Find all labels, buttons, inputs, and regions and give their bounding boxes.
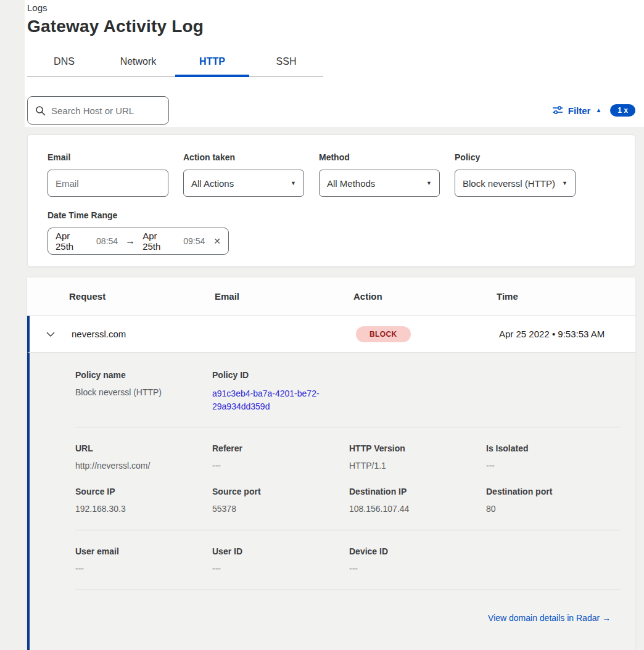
is-isolated-value: ---	[486, 461, 621, 471]
row-time: Apr 25 2022 • 9:53:53 AM	[499, 329, 635, 339]
end-time[interactable]: 09:54	[183, 236, 205, 246]
http-version-value: HTTP/1.1	[349, 461, 486, 471]
divider	[75, 530, 621, 530]
referer-value: ---	[212, 461, 349, 471]
action-taken-select[interactable]: All Actions ▼	[183, 170, 304, 197]
table-header-row: Request Email Action Time	[27, 278, 635, 316]
table-row[interactable]: neverssl.com BLOCK Apr 25 2022 • 9:53:53…	[27, 316, 635, 353]
row-expand-chevron-icon[interactable]	[30, 332, 72, 337]
breadcrumb: Logs	[27, 0, 635, 13]
divider	[75, 427, 621, 427]
divider	[75, 590, 621, 590]
search-icon	[35, 105, 46, 116]
user-email-value: ---	[75, 564, 212, 574]
destination-port-group: Destination port 80	[486, 487, 621, 514]
device-id-group: Device ID ---	[349, 546, 486, 574]
device-id-value: ---	[349, 564, 486, 574]
chevron-down-icon: ▼	[291, 180, 296, 186]
filter-count-badge[interactable]: 1 x	[610, 104, 635, 117]
url-group: URL http://neverssl.com/	[75, 443, 212, 471]
is-isolated-group: Is Isolated ---	[486, 443, 621, 471]
search-box[interactable]	[27, 96, 169, 125]
date-time-range-label: Date Time Range	[47, 210, 615, 220]
action-taken-label: Action taken	[183, 152, 304, 162]
source-port-value: 55378	[212, 504, 349, 514]
destination-ip-group: Destination IP 108.156.107.44	[349, 487, 486, 514]
destination-port-value: 80	[486, 504, 621, 514]
clear-date-range-icon[interactable]: ✕	[213, 236, 221, 246]
row-request: neverssl.com	[72, 329, 217, 339]
tab-http[interactable]: HTTP	[175, 50, 249, 76]
status-badge: BLOCK	[356, 326, 411, 342]
policy-label: Policy	[455, 152, 576, 162]
start-time[interactable]: 08:54	[96, 236, 118, 246]
search-input[interactable]	[51, 105, 161, 116]
chevron-down-icon: ▼	[562, 180, 568, 186]
http-version-group: HTTP Version HTTP/1.1	[349, 443, 486, 471]
user-id-group: User ID ---	[212, 546, 349, 574]
policy-name-value: Block neverssl (HTTP)	[75, 387, 212, 397]
chevron-down-icon: ▼	[426, 180, 432, 186]
method-label: Method	[319, 152, 440, 162]
source-ip-group: Source IP 192.168.30.3	[75, 487, 212, 514]
end-date[interactable]: Apr 25th	[142, 231, 177, 252]
col-header-time: Time	[497, 291, 635, 302]
col-header-action: Action	[353, 291, 497, 302]
date-range-picker[interactable]: Apr 25th 08:54 → Apr 25th 09:54 ✕	[47, 228, 229, 255]
tab-bar: DNS Network HTTP SSH	[27, 50, 323, 76]
source-port-group: Source port 55378	[212, 487, 349, 514]
radar-details-link[interactable]: View domain details in Radar →	[488, 613, 611, 623]
url-value: http://neverssl.com/	[75, 461, 212, 471]
tab-dns[interactable]: DNS	[27, 50, 101, 76]
row-detail-panel: Policy name Block neverssl (HTTP) Policy…	[27, 353, 635, 650]
filter-panel: Email Action taken All Actions ▼ Method …	[27, 134, 635, 267]
user-email-group: User email ---	[75, 546, 212, 574]
user-id-value: ---	[212, 564, 349, 574]
policy-name-group: Policy name Block neverssl (HTTP)	[75, 370, 212, 413]
destination-ip-value: 108.156.107.44	[349, 504, 486, 514]
page-title: Gateway Activity Log	[27, 17, 635, 36]
range-arrow-icon: →	[124, 236, 136, 247]
tab-ssh[interactable]: SSH	[249, 50, 323, 76]
email-label: Email	[47, 152, 168, 162]
col-header-email: Email	[215, 291, 353, 302]
filter-icon	[552, 105, 563, 115]
start-date[interactable]: Apr 25th	[56, 231, 90, 252]
referer-group: Referer ---	[212, 443, 349, 471]
collapse-filters-icon[interactable]: ▲	[595, 107, 601, 113]
method-select[interactable]: All Methods ▼	[319, 170, 440, 197]
email-field[interactable]	[56, 178, 160, 189]
policy-id-group: Policy ID a91c3eb4-ba7a-4201-be72- 29a93…	[212, 370, 349, 413]
tab-network[interactable]: Network	[101, 50, 175, 76]
activity-log-table: Request Email Action Time neverssl.com B…	[27, 278, 635, 650]
filter-button[interactable]: Filter	[568, 105, 591, 116]
source-ip-value: 192.168.30.3	[75, 504, 212, 514]
policy-select[interactable]: Block neverssl (HTTP) ▼	[455, 170, 576, 197]
col-header-request: Request	[69, 291, 215, 302]
policy-id-link[interactable]: a91c3eb4-ba7a-4201-be72- 29a934dd359d	[212, 387, 349, 413]
